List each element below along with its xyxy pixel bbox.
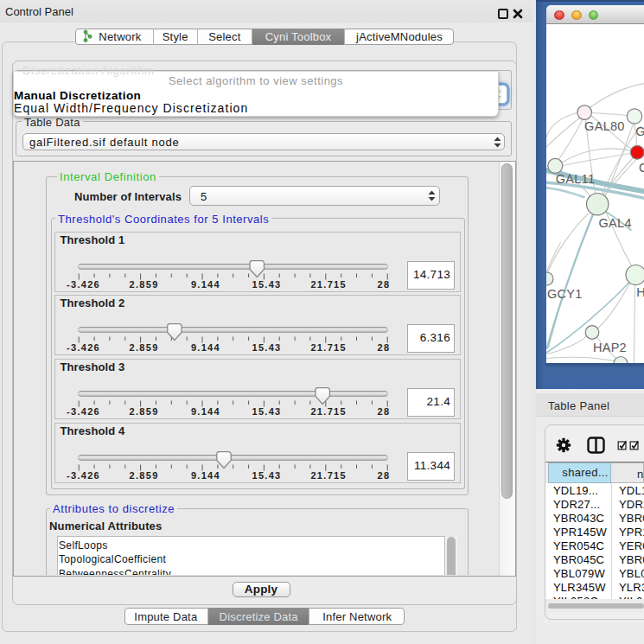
svg-text:GAL11: GAL11 <box>555 172 595 186</box>
svg-text:GAL4: GAL4 <box>598 216 631 230</box>
svg-text:GAL1: GAL1 <box>635 124 644 138</box>
svg-text:HI: HI <box>636 285 644 299</box>
svg-text:CY: CY <box>639 161 644 175</box>
svg-text:HAP2: HAP2 <box>592 341 626 354</box>
svg-text:GCY1: GCY1 <box>547 287 583 301</box>
svg-text:GAL80: GAL80 <box>584 119 625 133</box>
